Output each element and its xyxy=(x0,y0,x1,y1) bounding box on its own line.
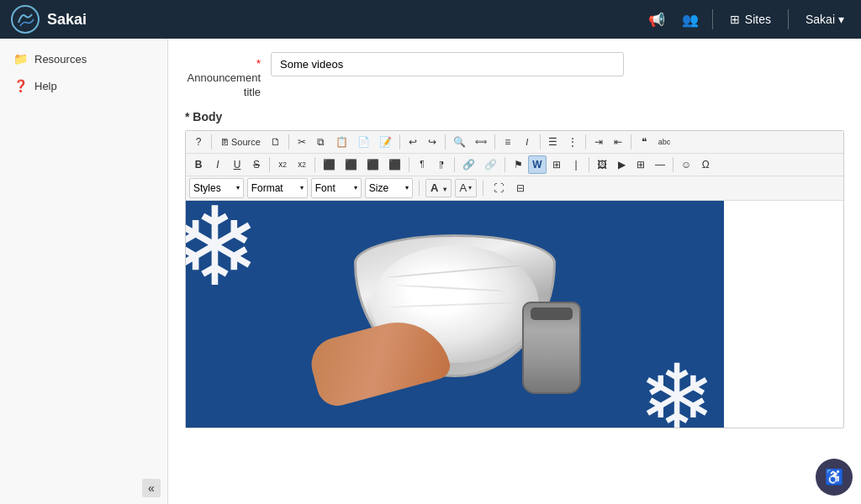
new-document-button[interactable]: 🗋 xyxy=(267,133,285,151)
separator-2 xyxy=(288,134,289,150)
ltr-button[interactable]: ¶ xyxy=(413,155,431,174)
font-color-a-label: A xyxy=(430,181,438,194)
announcement-title-input[interactable] xyxy=(271,52,624,76)
font-chevron-icon: ▾ xyxy=(354,184,357,192)
unlink-button[interactable]: 🔗 xyxy=(480,155,501,174)
styles-chevron-icon: ▾ xyxy=(236,184,240,192)
nav-icons: 📢 👥 ⊞ Sites Sakai ▾ xyxy=(645,8,851,31)
help-button[interactable]: ? xyxy=(189,133,208,151)
separator-6 xyxy=(540,134,541,150)
accessibility-icon: ♿ xyxy=(825,468,843,486)
text-align-center-button[interactable]: ⬛ xyxy=(341,155,362,174)
editor-content-image: ❄ ❄ xyxy=(186,201,724,428)
sidebar-item-help[interactable]: ❓ Help xyxy=(0,72,167,99)
size-dropdown[interactable]: Size ▾ xyxy=(365,178,413,198)
size-label: Size xyxy=(369,182,388,194)
accessibility-floating-button[interactable]: ♿ xyxy=(816,459,853,496)
cut-button[interactable]: ✂ xyxy=(293,133,311,151)
separator-8 xyxy=(631,134,631,150)
subscript-button[interactable]: x2 xyxy=(273,155,292,174)
font-dropdown[interactable]: Font ▾ xyxy=(311,178,362,198)
superscript-button[interactable]: x2 xyxy=(293,155,311,174)
sidebar-item-resources-label: Resources xyxy=(34,53,87,66)
separator-r2-3 xyxy=(409,157,409,172)
replace-button[interactable]: ⟺ xyxy=(471,133,491,151)
bowl-container xyxy=(346,226,564,394)
toolbar-row-2: B I U S x2 x2 ⬛ ⬛ ⬛ ⬛ ¶ ¶ 🔗 🔗 ⚑ W xyxy=(186,154,843,176)
paste-word-button[interactable]: 📝 xyxy=(375,133,396,151)
collapse-sidebar-button[interactable]: « xyxy=(142,479,161,497)
megaphone-button[interactable]: 📢 xyxy=(645,8,668,31)
sidebar-item-help-label: Help xyxy=(34,80,57,92)
text-align-justify-button[interactable]: ⬛ xyxy=(384,155,405,174)
source-button[interactable]: 🖹 Source xyxy=(215,133,266,151)
separator-r2-6 xyxy=(589,157,589,172)
special-chars-button[interactable]: Ω xyxy=(696,155,715,174)
bold-button[interactable]: B xyxy=(189,155,208,174)
paste-text-button[interactable]: 📄 xyxy=(353,133,374,151)
w-button[interactable]: W xyxy=(528,155,547,174)
user-menu-button[interactable]: Sakai ▾ xyxy=(799,9,851,29)
separator-1 xyxy=(211,134,212,150)
image-button[interactable]: 🖼 xyxy=(593,155,611,174)
hline-button[interactable]: — xyxy=(651,155,669,174)
ordered-list-button[interactable]: ☰ xyxy=(544,133,563,151)
source-icon: 🖹 xyxy=(220,137,230,147)
sidebar: 📁 Resources ❓ Help « xyxy=(0,39,168,504)
chevron-icon-bg: ▾ xyxy=(468,184,472,192)
abbr-button[interactable]: abc xyxy=(654,133,675,151)
text-align-left-button[interactable]: ⬛ xyxy=(319,155,340,174)
undo-button[interactable]: ↩ xyxy=(404,133,422,151)
italic-button[interactable]: I xyxy=(209,155,227,174)
anchor-button[interactable]: ⚑ xyxy=(509,155,527,174)
paste-button[interactable]: 📋 xyxy=(331,133,352,151)
link-button[interactable]: 🔗 xyxy=(458,155,479,174)
emoji-button[interactable]: ☺ xyxy=(677,155,695,174)
find-button[interactable]: 🔍 xyxy=(449,133,470,151)
logo-area: Sakai xyxy=(10,4,645,34)
sidebar-item-resources[interactable]: 📁 Resources xyxy=(0,45,167,72)
font-color-icon: A ▾ xyxy=(430,181,446,194)
mix-line-3 xyxy=(388,302,514,307)
chevron-down-icon: ▾ xyxy=(838,13,844,26)
required-star: * xyxy=(256,57,261,70)
text-italic-btn[interactable]: I xyxy=(518,133,536,151)
body-label: * Body xyxy=(185,110,844,123)
editor-body[interactable]: ❄ ❄ xyxy=(186,201,843,428)
flash-button[interactable]: ▶ xyxy=(612,155,631,174)
sidebar-collapse-area: « xyxy=(0,472,167,504)
redo-button[interactable]: ↪ xyxy=(423,133,441,151)
horizontal-rule-button[interactable]: | xyxy=(567,155,585,174)
copy-button[interactable]: ⧉ xyxy=(312,133,330,151)
unordered-list-button[interactable]: ⋮ xyxy=(563,133,582,151)
separator-3 xyxy=(399,134,400,150)
top-navigation: Sakai 📢 👥 ⊞ Sites Sakai ▾ xyxy=(0,0,861,39)
sites-button[interactable]: ⊞ Sites xyxy=(723,9,778,29)
logo-text: Sakai xyxy=(47,11,87,29)
source-view-button[interactable]: ⊟ xyxy=(511,179,530,197)
snowflake-right-icon: ❄ xyxy=(638,352,716,428)
underline-button[interactable]: U xyxy=(228,155,246,174)
text-align-right-button[interactable]: ⬛ xyxy=(362,155,383,174)
title-field-row: * Announcementtitle xyxy=(185,52,844,100)
folder-icon: 📁 xyxy=(13,52,28,66)
indent-button[interactable]: ⇥ xyxy=(589,133,608,151)
fullscreen-button[interactable]: ⛶ xyxy=(489,179,508,197)
bg-color-button[interactable]: A ▾ xyxy=(455,179,478,197)
font-color-button[interactable]: A ▾ xyxy=(425,179,452,197)
outdent-button[interactable]: ⇤ xyxy=(609,133,627,151)
separator-r2-1 xyxy=(269,157,270,172)
format-dropdown[interactable]: Format ▾ xyxy=(247,178,308,198)
separator-r2-5 xyxy=(504,157,505,172)
align-left-btn[interactable]: ≡ xyxy=(499,133,517,151)
strikethrough-button[interactable]: S xyxy=(247,155,266,174)
snowflake-left-icon: ❄ xyxy=(186,201,261,302)
sakai-logo-icon xyxy=(10,4,40,34)
rtl-button[interactable]: ¶ xyxy=(432,155,451,174)
people-button[interactable]: 👥 xyxy=(679,8,702,31)
styles-dropdown[interactable]: Styles ▾ xyxy=(189,178,244,198)
table-button[interactable]: ⊞ xyxy=(631,155,650,174)
separator-r2-7 xyxy=(673,157,673,172)
blockquote-button[interactable]: ❝ xyxy=(635,133,653,151)
table-insert-button[interactable]: ⊞ xyxy=(547,155,566,174)
